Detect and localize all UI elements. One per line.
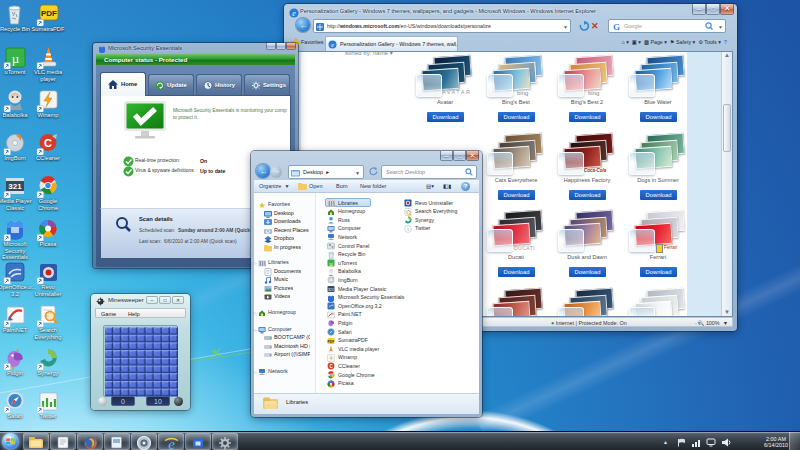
svg-text:PDF: PDF bbox=[41, 9, 57, 18]
svg-text:PDF: PDF bbox=[328, 339, 335, 343]
svg-text:µ: µ bbox=[12, 51, 20, 66]
svg-text:µ: µ bbox=[329, 261, 333, 267]
svg-text:e: e bbox=[331, 41, 334, 49]
svg-text:321: 321 bbox=[8, 182, 22, 191]
svg-text:C: C bbox=[44, 137, 52, 149]
svg-text:321: 321 bbox=[328, 288, 334, 292]
svg-text:G: G bbox=[613, 22, 620, 31]
svg-text:★: ★ bbox=[258, 201, 265, 209]
